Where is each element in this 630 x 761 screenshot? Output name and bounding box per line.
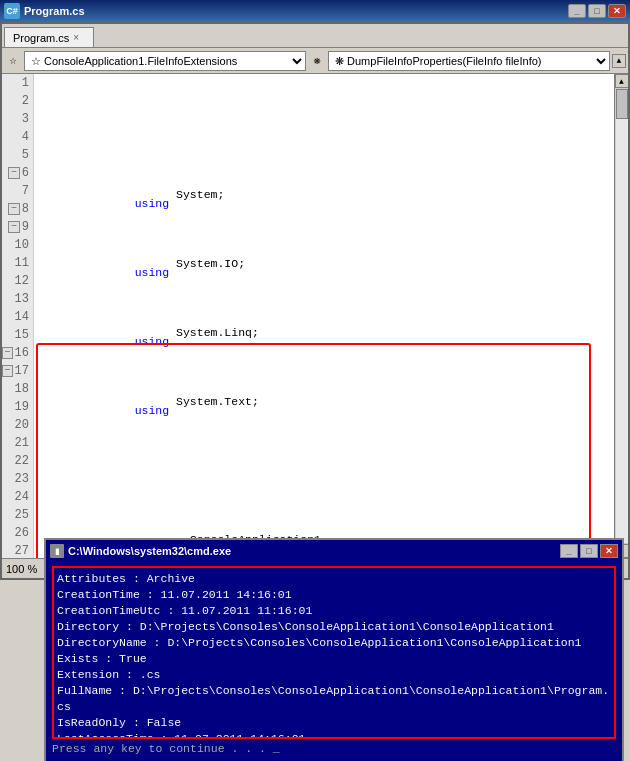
fold-16[interactable]: −	[2, 347, 13, 359]
line-num-2: 2	[2, 92, 29, 110]
main-container: C# Program.cs _ □ ✕ Program.cs × ☆ ☆ Con…	[0, 0, 630, 761]
code-line-3: using System.Linq;	[38, 332, 610, 350]
editor-area: 1 2 3 4 5 −6 7 −8 −9 10 11 12 13 14	[2, 74, 628, 558]
line-num-7: 7	[2, 182, 29, 200]
cmd-body[interactable]: Attributes : Archive CreationTime : 11.0…	[46, 562, 622, 761]
line-num-17: −17	[2, 362, 29, 380]
scroll-up[interactable]: ▲	[615, 74, 629, 88]
cmd-line-3: CreationTimeUtc : 11.07.2011 11:16:01	[57, 603, 611, 619]
code-line-2: using System.IO;	[38, 263, 610, 281]
cmd-line-6: Exists : True	[57, 651, 611, 667]
line-numbers: 1 2 3 4 5 −6 7 −8 −9 10 11 12 13 14	[2, 74, 34, 558]
code-line-4: using System.Text;	[38, 401, 610, 419]
line-num-25: 25	[2, 506, 29, 524]
line-num-26: 26	[2, 524, 29, 542]
editor-window: Program.cs × ☆ ☆ ConsoleApplication1.Fil…	[0, 22, 630, 580]
code-line-5	[38, 470, 610, 488]
cmd-window: ▮ C:\Windows\system32\cmd.exe _ □ ✕ Attr…	[44, 538, 624, 761]
fold-9[interactable]: −	[8, 221, 20, 233]
scrollbar-track[interactable]	[615, 88, 629, 544]
line-num-22: 22	[2, 452, 29, 470]
cmd-controls: _ □ ✕	[560, 544, 618, 558]
cmd-line-8: FullName : D:\Projects\Consoles\ConsoleA…	[57, 683, 611, 699]
line-num-15: 15	[2, 326, 29, 344]
code-line-1: using System;	[38, 194, 610, 212]
line-num-4: 4	[2, 128, 29, 146]
line-num-5: 5	[2, 146, 29, 164]
cmd-minimize[interactable]: _	[560, 544, 578, 558]
cmd-line-11: LastAccessTime : 11.07.2011 14:16:01	[57, 731, 611, 739]
tab-label: Program.cs	[13, 32, 69, 44]
line-num-13: 13	[2, 290, 29, 308]
cmd-line-4: Directory : D:\Projects\Consoles\Console…	[57, 619, 611, 635]
cmd-icon: ▮	[50, 544, 64, 558]
scrollbar-thumb[interactable]	[616, 89, 628, 119]
line-num-10: 10	[2, 236, 29, 254]
cmd-line-2: CreationTime : 11.07.2011 14:16:01	[57, 587, 611, 603]
method-highlight-box	[36, 343, 591, 558]
cmd-line-5: DirectoryName : D:\Projects\Consoles\Con…	[57, 635, 611, 651]
cmd-title: C:\Windows\system32\cmd.exe	[68, 545, 231, 557]
cmd-line-1: Attributes : Archive	[57, 571, 611, 587]
cmd-line-9: cs	[57, 699, 611, 715]
cmd-output-border: Attributes : Archive CreationTime : 11.0…	[52, 566, 616, 739]
fold-8[interactable]: −	[8, 203, 20, 215]
zoom-level: 100 %	[6, 563, 37, 575]
class-dropdown[interactable]: ☆ ConsoleApplication1.FileInfoExtensions	[24, 51, 306, 71]
line-num-14: 14	[2, 308, 29, 326]
line-num-23: 23	[2, 470, 29, 488]
line-num-11: 11	[2, 254, 29, 272]
tab-close-button[interactable]: ×	[73, 32, 85, 44]
toolbar-row: ☆ ☆ ConsoleApplication1.FileInfoExtensio…	[2, 48, 628, 74]
line-num-18: 18	[2, 380, 29, 398]
cmd-line-10: IsReadOnly : False	[57, 715, 611, 731]
line-num-16: −16	[2, 344, 29, 362]
close-button[interactable]: ✕	[608, 4, 626, 18]
line-num-19: 19	[2, 398, 29, 416]
cmd-title-left: ▮ C:\Windows\system32\cmd.exe	[50, 544, 231, 558]
line-num-3: 3	[2, 110, 29, 128]
line-num-9: −9	[2, 218, 29, 236]
line-num-6: −6	[2, 164, 29, 182]
title-bar-left: C# Program.cs	[4, 3, 85, 19]
app-icon: C#	[4, 3, 20, 19]
cmd-line-7: Extension : .cs	[57, 667, 611, 683]
line-num-20: 20	[2, 416, 29, 434]
line-num-27: 27	[2, 542, 29, 558]
title-bar: C# Program.cs _ □ ✕	[0, 0, 630, 22]
maximize-button[interactable]: □	[588, 4, 606, 18]
code-editor[interactable]: using System; using System.IO; using Sys…	[34, 74, 614, 558]
line-num-1: 1	[2, 74, 29, 92]
cmd-close[interactable]: ✕	[600, 544, 618, 558]
window-title: Program.cs	[24, 5, 85, 17]
line-num-8: −8	[2, 200, 29, 218]
tab-program-cs[interactable]: Program.cs ×	[4, 27, 94, 47]
method-icon: ❋	[308, 52, 326, 70]
fold-6[interactable]: −	[8, 167, 20, 179]
tab-bar: Program.cs ×	[2, 24, 628, 48]
minimize-button[interactable]: _	[568, 4, 586, 18]
line-num-12: 12	[2, 272, 29, 290]
cmd-title-bar: ▮ C:\Windows\system32\cmd.exe _ □ ✕	[46, 540, 622, 562]
editor-scrollbar[interactable]: ▲ ▼	[614, 74, 628, 558]
line-num-21: 21	[2, 434, 29, 452]
press-any-key: Press any key to continue . . . _	[52, 741, 616, 757]
namespace-icon: ☆	[4, 52, 22, 70]
line-num-24: 24	[2, 488, 29, 506]
fold-17[interactable]: −	[2, 365, 13, 377]
method-dropdown[interactable]: ❋ DumpFileInfoProperties(FileInfo fileIn…	[328, 51, 610, 71]
title-controls: _ □ ✕	[568, 4, 626, 18]
cmd-maximize[interactable]: □	[580, 544, 598, 558]
scroll-up-arrow[interactable]: ▲	[612, 54, 626, 68]
